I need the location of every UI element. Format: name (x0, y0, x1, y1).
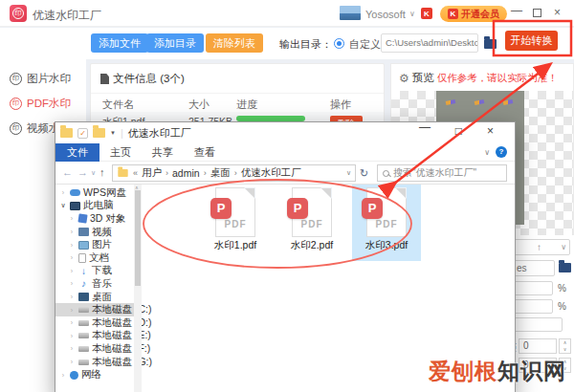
desktop-icon (78, 293, 89, 301)
tree-scrollbar[interactable]: ∧ (134, 185, 142, 392)
forward-icon[interactable]: → (77, 166, 88, 178)
menu-share[interactable]: 共享 (142, 145, 184, 160)
scrollbar-thumb[interactable] (135, 190, 141, 286)
file-item-3-selected[interactable]: PPDF 水印3.pdf (352, 185, 421, 261)
preview-label: 预览 (412, 71, 434, 85)
back-icon[interactable]: ← (62, 166, 73, 178)
angle-input[interactable] (513, 317, 563, 332)
folder-icon (118, 169, 127, 177)
app-titlebar: 印 优速水印工厂 Yososoft ∨ K K 开通会员 — × (0, 0, 574, 27)
tree-item-wps-cloud[interactable]: ›WPS网盘 (55, 186, 134, 200)
tree-item-pictures[interactable]: ›图片 (55, 238, 134, 251)
add-directory-button[interactable]: 添加目录 (146, 33, 204, 53)
folder-icon (93, 128, 105, 138)
breadcrumb-item[interactable]: 用户 (142, 166, 162, 180)
disk-icon (78, 320, 89, 326)
network-icon (70, 371, 78, 380)
ribbon-collapse-icon[interactable]: ∨ (484, 148, 490, 157)
sidebar-item-label: 图片水印 (27, 72, 71, 86)
custom-radio[interactable] (334, 38, 344, 49)
font-input[interactable]: es (513, 260, 555, 276)
col-action: 操作 (330, 98, 351, 112)
tree-item-music[interactable]: ›♪音乐 (55, 277, 134, 291)
help-icon[interactable]: ? (496, 146, 507, 158)
tree-item-documents[interactable]: ›文档 (55, 251, 134, 265)
explorer-close-button[interactable]: × (487, 124, 494, 138)
search-placeholder: 搜索"优速水印工厂" (393, 166, 476, 180)
explorer-minimize-button[interactable]: — (419, 120, 430, 134)
seal-icon: 印 (10, 98, 22, 110)
tree-item-3d-objects[interactable]: ›3D 对象 (55, 212, 134, 226)
percent-label: % (558, 283, 566, 294)
tree-item-disk-e[interactable]: ›本地磁盘 (E:) (55, 330, 134, 343)
sidebar-item-pdf-watermark[interactable]: 印 PDF水印 (10, 94, 71, 113)
tree-item-this-pc[interactable]: ∨此电脑 (55, 200, 134, 213)
explorer-maximize-button[interactable]: □ (455, 124, 462, 138)
file-item-1[interactable]: PPDF 水印1.pdf (201, 185, 270, 261)
tree-item-disk-c[interactable]: ›本地磁盘 (C:) (55, 303, 134, 316)
gear-icon[interactable]: ⚙ (399, 72, 409, 85)
sidebar-item-image-watermark[interactable]: 印 图片水印 (10, 69, 71, 88)
cloud-icon (70, 189, 80, 196)
minimize-button[interactable]: — (511, 4, 522, 17)
seal-icon: 印 (10, 73, 22, 85)
opacity-input[interactable] (513, 281, 553, 295)
maximize-button[interactable] (533, 9, 541, 17)
add-file-button[interactable]: 添加文件 (91, 33, 148, 53)
tree-item-disk-f[interactable]: ›本地磁盘 (F:) (55, 342, 134, 356)
tree-item-network[interactable]: ›网络 (55, 368, 134, 381)
download-icon: ↓ (78, 267, 89, 275)
align-icon: ↑ (537, 242, 541, 252)
page-corner (395, 187, 407, 199)
disk-icon (78, 346, 89, 352)
account-name[interactable]: Yososoft (365, 9, 406, 20)
explorer-addressbar: ← → ∨ ↑ « 用户 › admin › 桌面 › 优速水印工厂 ∨ ↻ 搜… (55, 162, 515, 185)
up-icon[interactable]: ↑ (99, 166, 105, 178)
folder-icon (60, 128, 73, 138)
account-chevron-icon[interactable]: ∨ (409, 10, 415, 18)
tree-item-downloads[interactable]: ›↓下载 (55, 265, 134, 278)
video-icon (78, 228, 89, 236)
disk-icon (78, 333, 89, 338)
address-dropdown-icon[interactable]: ∨ (346, 169, 351, 177)
spinner-arrows[interactable]: ∧∨ (559, 338, 571, 354)
search-input[interactable]: 搜索"优速水印工厂" (377, 164, 507, 182)
start-convert-button[interactable]: 开始转换 (505, 31, 558, 51)
style-select[interactable]: ↑ ∨ (513, 239, 570, 255)
vip-upgrade-button[interactable]: K 开通会员 (440, 6, 507, 22)
close-button[interactable]: × (554, 6, 561, 19)
sidebar-item-label: PDF水印 (27, 97, 71, 111)
spacing-value[interactable]: 0 (519, 338, 557, 354)
avatar[interactable] (340, 6, 361, 20)
breadcrumb[interactable]: « 用户 › admin › 桌面 › 优速水印工厂 ∨ (112, 164, 356, 182)
tree-item-disk-d[interactable]: ›本地磁盘 (D:) (55, 316, 134, 330)
menu-view[interactable]: 查看 (184, 145, 226, 160)
refresh-icon[interactable]: ↻ (360, 167, 368, 180)
tree-item-videos[interactable]: ›视频 (55, 226, 134, 239)
history-chevron-icon[interactable]: ∨ (91, 169, 96, 177)
disk-icon (78, 307, 89, 313)
toolbar-dropdown-icon[interactable]: ▼ (110, 130, 116, 136)
seal-icon: 印 (10, 122, 22, 135)
menu-home[interactable]: 主页 (99, 145, 142, 160)
menu-file[interactable]: 文件 (55, 143, 99, 162)
breadcrumb-item[interactable]: 优速水印工厂 (241, 166, 301, 180)
custom-radio-label: 自定义 (349, 37, 381, 52)
quick-access-icon[interactable]: ✓ (77, 128, 88, 139)
file-item-2[interactable]: PPDF 水印2.pdf (277, 185, 346, 261)
clear-list-button[interactable]: 清除列表 (206, 33, 263, 53)
font-folder-icon[interactable] (559, 263, 571, 272)
breadcrumb-separator: › (204, 168, 207, 178)
tree-item-desktop[interactable]: ›桌面 (55, 291, 134, 304)
k-badge-icon: K (421, 8, 432, 19)
percent-label: % (558, 301, 566, 312)
output-path-input[interactable]: C:\Users\admin\Deskto (381, 33, 478, 53)
pdf-badge-icon: P (287, 198, 308, 219)
explorer-titlebar[interactable]: ✓ ▼ | 优速水印工厂 — □ × (55, 122, 515, 143)
scale-input[interactable] (513, 299, 553, 314)
breadcrumb-item[interactable]: admin (172, 167, 200, 179)
browse-folder-icon[interactable] (484, 39, 497, 49)
tree-item-disk-g[interactable]: ›本地磁盘 (G:) (55, 356, 134, 369)
breadcrumb-item[interactable]: 桌面 (210, 166, 231, 180)
page-corner (320, 187, 332, 199)
